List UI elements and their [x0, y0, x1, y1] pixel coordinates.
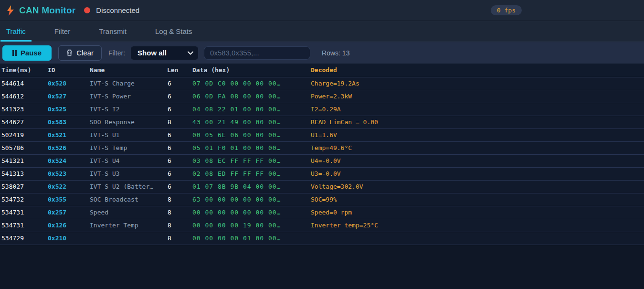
cell-time: 534731 — [0, 219, 46, 232]
clear-button[interactable]: Clear — [58, 45, 102, 61]
cell-len: 6 — [166, 167, 191, 180]
cell-id: 0x257 — [46, 206, 88, 219]
cell-decoded: U3=-0.0V — [309, 167, 644, 180]
cell-data: 02 08 ED FF FF FF 00… — [191, 167, 309, 180]
tab-log-stats[interactable]: Log & Stats — [149, 21, 198, 42]
column-header-len: Len — [166, 64, 191, 77]
cell-name: Inverter Temp — [88, 219, 166, 232]
cell-id: 0x522 — [46, 180, 88, 193]
cell-id: 0x524 — [46, 154, 88, 167]
lightning-icon — [7, 5, 14, 16]
table-row[interactable]: 5057860x526IVT-S Temp605 01 F0 01 00 00 … — [0, 141, 644, 154]
cell-time: 541323 — [0, 103, 46, 116]
connection-status-dot — [84, 7, 90, 13]
cell-data: 00 00 00 00 00 00 00… — [191, 206, 309, 219]
cell-decoded: Charge=19.2As — [309, 77, 644, 90]
cell-id: 0x210 — [46, 232, 88, 245]
tab-bar: Traffic Filter Transmit Log & Stats — [0, 21, 644, 42]
tab-transmit[interactable]: Transmit — [93, 21, 132, 42]
pause-button[interactable]: Pause — [2, 45, 52, 61]
cell-name: IVT-S U1 — [88, 128, 166, 141]
cell-decoded: Temp=49.6°C — [309, 141, 644, 154]
cell-name: IVT-S Charge — [88, 77, 166, 90]
filter-select-value: Show all — [137, 49, 167, 57]
cell-decoded: Power=2.3kW — [309, 90, 644, 103]
table-row[interactable]: 5380270x522IVT-S U2 (Batter…601 07 8B 9B… — [0, 180, 644, 193]
tab-label: Traffic — [6, 27, 26, 35]
cell-data: 43 00 21 49 00 00 00… — [191, 116, 309, 128]
cell-decoded: Voltage=302.0V — [309, 180, 644, 193]
column-header-data: Data (hex) — [191, 64, 309, 77]
table-row[interactable]: 5446140x528IVT-S Charge607 0D C0 00 00 0… — [0, 77, 644, 90]
cell-time: 534731 — [0, 206, 46, 219]
table-row[interactable]: 5413210x524IVT-S U4603 08 EC FF FF FF 00… — [0, 154, 644, 167]
column-header-name: Name — [88, 64, 166, 77]
cell-data: 00 00 00 00 19 00 00… — [191, 219, 309, 232]
tab-filter[interactable]: Filter — [49, 21, 76, 42]
cell-name: IVT-S U2 (Batter… — [88, 180, 166, 193]
cell-decoded — [309, 232, 644, 245]
cell-time: 534732 — [0, 193, 46, 206]
cell-name: IVT-S Power — [88, 90, 166, 103]
cell-len: 8 — [166, 116, 191, 128]
cell-len: 6 — [166, 90, 191, 103]
connection-status-text: Disconnected — [96, 6, 139, 14]
cell-time: 544627 — [0, 116, 46, 128]
cell-time: 534729 — [0, 232, 46, 245]
tab-label: Log & Stats — [155, 27, 192, 35]
cell-name: IVT-S I2 — [88, 103, 166, 116]
cell-decoded: READ LimCan = 0.00 — [309, 116, 644, 128]
cell-decoded: U4=-0.0V — [309, 154, 644, 167]
cell-id: 0x525 — [46, 103, 88, 116]
cell-name: SDO Response — [88, 116, 166, 128]
cell-data: 05 01 F0 01 00 00 00… — [191, 141, 309, 154]
cell-data: 01 07 8B 9B 04 00 00… — [191, 180, 309, 193]
cell-len: 8 — [166, 232, 191, 245]
cell-time: 502419 — [0, 128, 46, 141]
app-title: CAN Monitor — [19, 5, 75, 16]
tab-traffic[interactable]: Traffic — [0, 21, 32, 42]
column-header-decoded: Decoded — [309, 64, 644, 77]
cell-name: SOC Broadcast — [88, 193, 166, 206]
cell-id: 0x521 — [46, 128, 88, 141]
cell-data: 00 05 6E 06 00 00 00… — [191, 128, 309, 141]
cell-id: 0x583 — [46, 116, 88, 128]
cell-data: 04 08 22 01 00 00 00… — [191, 103, 309, 116]
table-row[interactable]: 5446270x583SDO Response843 00 21 49 00 0… — [0, 116, 644, 128]
table-row[interactable]: 5413130x523IVT-S U3602 08 ED FF FF FF 00… — [0, 167, 644, 180]
table-row[interactable]: 5446120x527IVT-S Power606 0D FA 08 00 00… — [0, 90, 644, 103]
column-header-time: Time(ms) — [0, 64, 46, 77]
cell-data: 03 08 EC FF FF FF 00… — [191, 154, 309, 167]
cell-decoded: SOC=99% — [309, 193, 644, 206]
cell-id: 0x528 — [46, 77, 88, 90]
table-row[interactable]: 5347310x257Speed800 00 00 00 00 00 00…Sp… — [0, 206, 644, 219]
rows-count: Rows: 13 — [322, 49, 349, 57]
cell-name: IVT-S U4 — [88, 154, 166, 167]
cell-id: 0x526 — [46, 141, 88, 154]
fps-badge: 0 fps — [491, 5, 522, 15]
cell-len: 6 — [166, 128, 191, 141]
tab-label: Transmit — [99, 27, 127, 35]
cell-name: IVT-S U3 — [88, 167, 166, 180]
cell-data: 00 00 00 00 01 00 00… — [191, 232, 309, 245]
table-row[interactable]: 5347310x126Inverter Temp800 00 00 00 19 … — [0, 219, 644, 232]
tab-label: Filter — [54, 27, 70, 35]
cell-id: 0x523 — [46, 167, 88, 180]
cell-id: 0x527 — [46, 90, 88, 103]
cell-name: IVT-S Temp — [88, 141, 166, 154]
filter-select[interactable]: Show all — [131, 46, 198, 60]
filter-ids-input[interactable] — [204, 46, 310, 60]
cell-len: 6 — [166, 154, 191, 167]
cell-id: 0x126 — [46, 219, 88, 232]
cell-decoded: U1=1.6V — [309, 128, 644, 141]
cell-time: 544614 — [0, 77, 46, 90]
filter-label: Filter: — [108, 49, 125, 57]
cell-time: 544612 — [0, 90, 46, 103]
table-row[interactable]: 5347290x210800 00 00 00 01 00 00… — [0, 232, 644, 245]
table-row[interactable]: 5024190x521IVT-S U1600 05 6E 06 00 00 00… — [0, 128, 644, 141]
chevron-down-icon — [188, 51, 193, 55]
table-row[interactable]: 5413230x525IVT-S I2604 08 22 01 00 00 00… — [0, 103, 644, 116]
table-row[interactable]: 5347320x355SOC Broadcast863 00 00 00 00 … — [0, 193, 644, 206]
cell-time: 505786 — [0, 141, 46, 154]
cell-len: 8 — [166, 206, 191, 219]
